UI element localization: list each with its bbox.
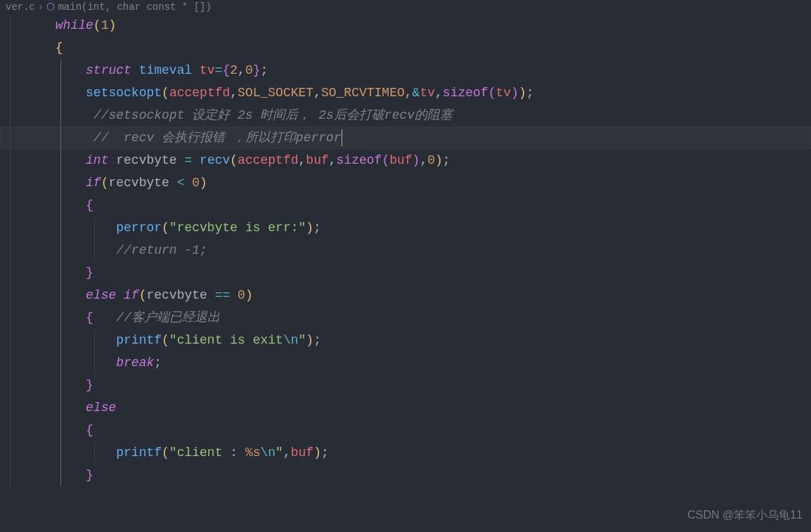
code-line[interactable]: //setsockopt 设定好 2s 时间后， 2s后会打破recv的阻塞 [0,104,811,126]
keyword-while: while [56,18,93,32]
code-line[interactable]: } [0,374,811,396]
code-line[interactable]: setsockopt(acceptfd,SOL_SOCKET,SO_RCVTIM… [0,82,811,104]
code-line[interactable]: { [0,419,811,441]
code-line[interactable]: { //客户端已经退出 [0,306,811,329]
breadcrumb-symbol[interactable]: main(int, char const * []) [58,0,211,15]
code-line[interactable]: } [0,464,811,486]
function-icon: ⬡ [46,0,55,15]
code-line[interactable]: } [0,261,811,284]
comment: //setsockopt 设定好 2s 时间后， 2s后会打破recv的阻塞 [93,108,453,122]
code-line-active[interactable]: // recv 会执行报错 ，所以打印perror [0,126,811,149]
code-line[interactable]: printf("client : %s\n",buf); [0,441,811,464]
code-line[interactable]: else [0,396,811,419]
code-editor[interactable]: while(1) { struct timeval tv={2,0}; sets… [0,14,811,486]
code-line[interactable]: printf("client is exit\n"); [0,329,811,351]
code-line[interactable]: break; [0,351,811,374]
code-line[interactable]: while(1) [0,14,811,37]
breadcrumb[interactable]: ver.c › ⬡ main(int, char const * []) [0,0,811,14]
comment: //客户端已经退出 [93,311,220,325]
code-line[interactable]: //return -1; [0,239,811,261]
code-line[interactable]: { [0,194,811,216]
code-line[interactable]: int recvbyte = recv(acceptfd,buf,sizeof(… [0,149,811,171]
watermark: CSDN @笨笨小乌龟11 [687,505,803,525]
code-line[interactable]: else if(recvbyte == 0) [0,284,811,306]
text-cursor [342,129,342,146]
breadcrumb-separator: › [38,0,44,15]
comment: // recv 会执行报错 ，所以打印perror [93,131,342,145]
code-line[interactable]: struct timeval tv={2,0}; [0,59,811,82]
comment: //return -1; [116,243,207,257]
code-line[interactable]: { [0,37,811,59]
code-line[interactable]: if(recvbyte < 0) [0,171,811,194]
breadcrumb-file[interactable]: ver.c [6,0,35,15]
code-line[interactable]: perror("recvbyte is err:"); [0,216,811,239]
